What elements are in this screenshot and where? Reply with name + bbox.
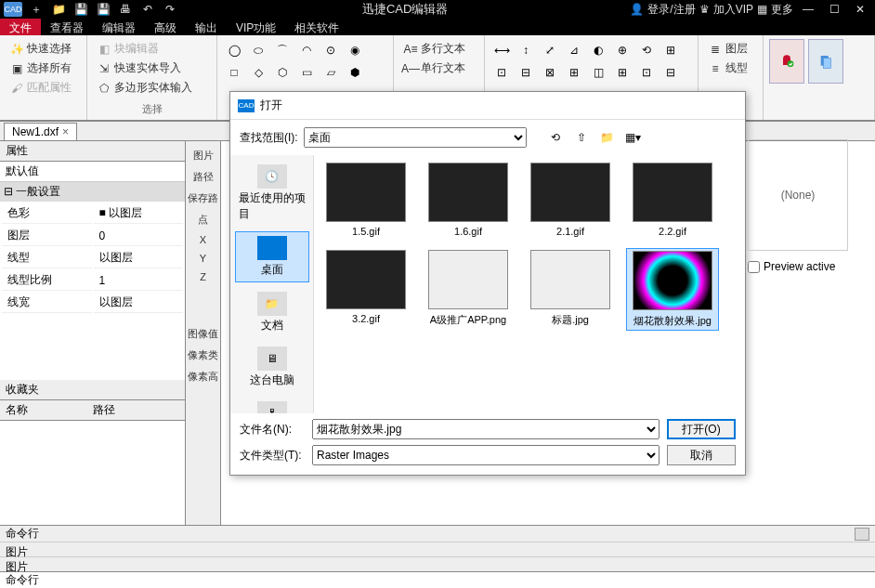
close-button[interactable]: ✕	[849, 1, 871, 18]
ribbon-big-2[interactable]	[808, 39, 843, 84]
place-network[interactable]: 🖧网络	[235, 398, 309, 413]
menu-editor[interactable]: 编辑器	[93, 19, 145, 35]
preview-active-checkbox[interactable]: Preview active	[748, 260, 859, 273]
draw-tool-7[interactable]: □	[223, 61, 245, 84]
place-recent[interactable]: 🕓最近使用的项目	[235, 161, 309, 226]
multiline-text-button[interactable]: A≡多行文本	[399, 39, 478, 59]
lookup-select[interactable]: 桌面	[304, 127, 527, 148]
more-link[interactable]: 更多	[771, 2, 793, 18]
draw-tool-2[interactable]: ⬭	[247, 39, 269, 61]
dim-tool-10[interactable]: ⊟	[515, 61, 537, 84]
maximize-button[interactable]: ☐	[823, 1, 845, 18]
text-icon: A—	[403, 61, 418, 76]
polygon-icon: ⬠	[97, 81, 111, 96]
preview-checkbox-input[interactable]	[748, 261, 760, 273]
draw-tool-3[interactable]: ⌒	[271, 39, 294, 61]
dim-tool-9[interactable]: ⊡	[490, 61, 513, 84]
polygon-input-button[interactable]: ⬠多边形实体输入	[93, 78, 211, 98]
doc-tab[interactable]: New1.dxf ×	[4, 123, 77, 140]
open-icon[interactable]: 📁	[48, 1, 69, 18]
new-icon[interactable]: ＋	[26, 1, 46, 18]
menu-file[interactable]: 文件	[0, 19, 41, 35]
dim-tool-4[interactable]: ⊿	[563, 39, 585, 61]
draw-tool-10[interactable]: ▭	[295, 61, 318, 84]
user-icon[interactable]: 👤	[630, 3, 644, 16]
cancel-button[interactable]: 取消	[667, 445, 736, 465]
more-icon[interactable]: ▦	[757, 3, 767, 16]
dim-tool-16[interactable]: ⊟	[660, 61, 682, 84]
place-desktop[interactable]: 桌面	[235, 231, 309, 282]
draw-tool-12[interactable]: ⬢	[344, 61, 366, 84]
save-icon[interactable]: 💾	[71, 1, 91, 18]
file-item[interactable]: 3.2.gif	[320, 248, 412, 331]
up-icon[interactable]: ⇧	[571, 127, 592, 148]
draw-tool-11[interactable]: ▱	[320, 61, 342, 84]
draw-tool-6[interactable]: ◉	[344, 39, 366, 61]
open-button[interactable]: 打开(O)	[667, 419, 736, 439]
folder-icon: 📁	[257, 292, 287, 316]
menu-advanced[interactable]: 高级	[145, 19, 186, 35]
select-all-button[interactable]: ▣选择所有	[6, 59, 81, 78]
dim-tool-13[interactable]: ◫	[587, 61, 609, 84]
layer-button[interactable]: ≣图层	[704, 39, 757, 59]
file-item[interactable]: A级推广APP.png	[422, 248, 515, 331]
menu-related[interactable]: 相关软件	[285, 19, 348, 35]
lookup-row: 查找范围(I): 桌面 ⟲ ⇧ 📁 ▦▾	[230, 120, 745, 155]
linetype-button[interactable]: ≡线型	[704, 59, 757, 78]
import-icon: ⇲	[97, 61, 111, 76]
minimize-button[interactable]: —	[797, 1, 819, 18]
filetype-select[interactable]: Raster Images	[312, 445, 660, 465]
file-item[interactable]: 1.5.gif	[320, 161, 412, 239]
saveall-icon[interactable]: 💾	[93, 1, 113, 18]
draw-tool-5[interactable]: ⊙	[320, 39, 342, 61]
file-list[interactable]: 1.5.gif 1.6.gif 2.1.gif 2.2.gif 3.2.gif …	[314, 155, 745, 413]
login-link[interactable]: 登录/注册	[647, 2, 695, 18]
dim-tool-15[interactable]: ⊡	[635, 61, 658, 84]
singleline-text-button[interactable]: A—单行文本	[399, 59, 478, 78]
ribbon-big-1[interactable]	[769, 39, 804, 84]
place-computer[interactable]: 🖥这台电脑	[235, 343, 309, 392]
file-item[interactable]: 1.6.gif	[422, 161, 515, 239]
wand-icon: ✨	[9, 42, 24, 57]
dim-tool-5[interactable]: ◐	[587, 39, 609, 61]
dim-tool-3[interactable]: ⤢	[539, 39, 561, 61]
file-item[interactable]: 2.1.gif	[524, 161, 617, 239]
command-input[interactable]: 命令行	[0, 571, 875, 588]
desktop-icon	[257, 236, 287, 260]
dim-tool-2[interactable]: ↕	[515, 39, 537, 61]
redo-icon[interactable]: ↷	[160, 1, 180, 18]
filename-input[interactable]: 烟花散射效果.jpg	[312, 419, 660, 439]
general-settings-header[interactable]: ⊟ 一般设置	[0, 182, 185, 202]
view-icon[interactable]: ▦▾	[623, 127, 644, 148]
dim-tool-14[interactable]: ⊞	[611, 61, 633, 84]
dim-tool-6[interactable]: ⊕	[611, 39, 633, 61]
back-icon[interactable]: ⟲	[545, 127, 566, 148]
new-folder-icon[interactable]: 📁	[597, 127, 618, 148]
file-item[interactable]: 标题.jpg	[524, 248, 617, 331]
menu-vip[interactable]: VIP功能	[227, 19, 285, 35]
menu-viewer[interactable]: 查看器	[41, 19, 93, 35]
place-docs[interactable]: 📁文档	[235, 288, 309, 337]
vip-link[interactable]: 加入VIP	[713, 2, 753, 18]
properties-panel: 属性 默认值 ⊟ 一般设置 色彩■ 以图层 图层0 线型以图层 线型比例1 线宽…	[0, 141, 186, 532]
quick-entity-import-button[interactable]: ⇲快速实体导入	[93, 59, 211, 78]
dim-tool-11[interactable]: ⊠	[539, 61, 561, 84]
cmd-dropdown-icon[interactable]	[855, 528, 869, 541]
file-item[interactable]: 2.2.gif	[626, 161, 719, 239]
print-icon[interactable]: 🖶	[115, 1, 136, 18]
dim-tool-8[interactable]: ⊞	[660, 39, 682, 61]
close-tab-icon[interactable]: ×	[62, 125, 69, 138]
menu-output[interactable]: 输出	[186, 19, 227, 35]
strip-savepath: 保存路	[186, 188, 220, 209]
file-item-selected[interactable]: 烟花散射效果.jpg	[626, 248, 719, 331]
dim-tool-1[interactable]: ⟷	[490, 39, 513, 61]
undo-icon[interactable]: ↶	[137, 1, 158, 18]
draw-tool-8[interactable]: ◇	[247, 61, 269, 84]
dim-tool-12[interactable]: ⊞	[563, 61, 585, 84]
strip-y: Y	[186, 249, 220, 268]
draw-tool-4[interactable]: ◠	[295, 39, 318, 61]
draw-tool-9[interactable]: ⬡	[271, 61, 294, 84]
quick-select-button[interactable]: ✨快速选择	[6, 39, 81, 59]
draw-tool-1[interactable]: ◯	[223, 39, 245, 61]
dim-tool-7[interactable]: ⟲	[635, 39, 658, 61]
